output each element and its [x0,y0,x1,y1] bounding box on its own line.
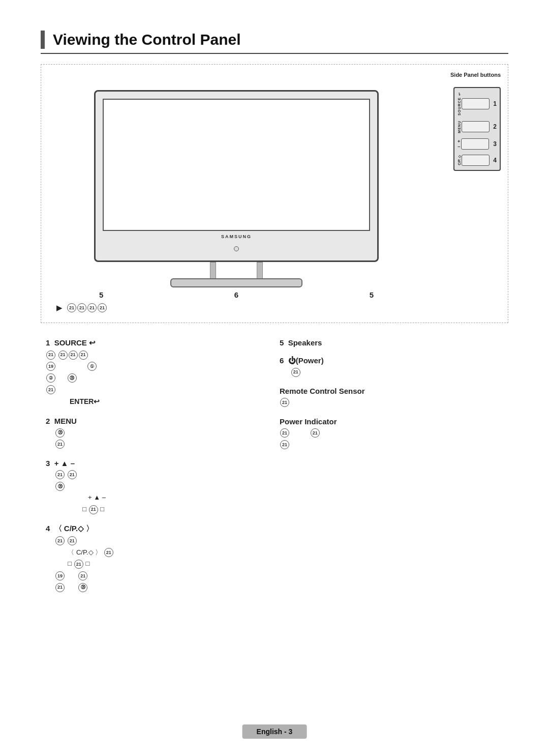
desc-cp-line5: 21 ⑳ [46,582,269,593]
desc-power-line1: 21 [280,367,503,377]
side-panel-box: SOURCE ↩ 1 MENU 2 + – [453,87,501,171]
desc-plus-header: 3 + ▲ – [46,459,269,468]
title-bar-decoration [41,31,45,49]
diagram-box: Side Panel buttons SAMSUNG [41,64,508,323]
panel-label-cp: C/P.◇ [458,155,462,165]
panel-button-cp[interactable] [462,155,490,166]
desc-left-column: 1 SOURCE ↩ 21 212121 19 ① ② ⑳ 21 [41,338,274,602]
footer: English - 3 [242,728,307,736]
panel-row-1: SOURCE ↩ 1 [458,92,497,115]
tv-base [170,278,302,287]
label-left-stand: 5 [99,290,103,299]
desc-menu-header: 2 MENU [46,417,269,425]
arrow-right: ▶ [56,303,63,312]
tv-stand [94,262,379,287]
desc-cp-line3: □ 21 □ [46,559,269,569]
title-text: Viewing the Control Panel [53,31,241,48]
side-panel: SOURCE ↩ 1 MENU 2 + – [453,87,501,171]
desc-cp-line4: 19 21 [46,570,269,581]
panel-button-source[interactable] [462,98,490,109]
page-title: Viewing the Control Panel [41,31,508,54]
desc-item-source: 1 SOURCE ↩ 21 212121 19 ① ② ⑳ 21 [46,338,269,408]
desc-plus-line2: ⑳ [46,481,269,491]
side-panel-label: Side Panel buttons [450,72,501,78]
desc-indicator-header: Power Indicator [280,417,503,426]
desc-cp-header: 4 〈 C/P.◇ 〉 [46,524,269,534]
desc-right-column: 5 Speakers 6 ⏻(Power) 21 Remote Control … [274,338,508,602]
tv-outer-frame: SAMSUNG [94,90,379,262]
tv-bottom-bar: SAMSUNG [103,231,370,253]
desc-plus-line4: □ 21 □ [46,504,269,515]
panel-row-4: C/P.◇ 4 [458,155,497,166]
desc-remote-header: Remote Control Sensor [280,387,503,395]
desc-source-header: 1 SOURCE ↩ [46,338,269,347]
desc-source-enter: ENTER↩ [46,396,269,408]
tv-bottom-labels: 5 6 5 [94,287,379,299]
desc-cp-line1: 21 21 [46,536,269,546]
desc-power-header: 6 ⏻(Power) [280,356,503,365]
desc-speakers-header: 5 Speakers [280,338,503,347]
diagram-bottom-indicators: ▶ 21 21 21 21 [51,303,498,312]
desc-item-indicator: Power Indicator 21 21 21 [280,417,503,450]
panel-button-volume[interactable] [461,138,489,150]
circle-21-a: 21 [67,303,76,312]
descriptions-area: 1 SOURCE ↩ 21 212121 19 ① ② ⑳ 21 [41,338,508,602]
desc-source-line1: 21 212121 [46,350,269,360]
samsung-logo: SAMSUNG [221,234,252,239]
footer-badge: English - 3 [242,724,307,739]
label-center: 6 [234,290,238,299]
desc-item-menu: 2 MENU ⑳ 21 [46,417,269,450]
desc-source-line2: 19 ① [46,361,269,372]
desc-menu-line2: 21 [46,439,269,450]
desc-menu-line1: ⑳ [46,427,269,438]
panel-label-minus: – [458,144,460,149]
desc-source-line3: ② ⑳ [46,373,269,384]
desc-indicator-line2: 21 [280,439,503,450]
desc-remote-line1: 21 [280,397,503,408]
panel-number-1: 1 [490,100,497,107]
desc-item-power: 6 ⏻(Power) 21 [280,356,503,377]
circle-21-d: 21 [98,303,107,312]
desc-plus-line1: 21 21 [46,470,269,480]
desc-indicator-line1: 21 21 [280,428,503,439]
desc-item-speakers: 5 Speakers [280,338,503,347]
panel-row-2: MENU 2 [458,121,497,133]
tv-screen [103,99,370,231]
panel-label-plus: + [458,139,460,144]
desc-source-line4: 21 [46,384,269,395]
circle-21-c: 21 [87,303,97,312]
tv-power-dot [234,246,239,251]
desc-plus-line3: + ▲ – [46,492,269,503]
circle-21-b: 21 [77,303,86,312]
panel-number-4: 4 [490,157,497,164]
desc-cp-line2: 〈 C/P.◇ 〉 21 [46,547,269,558]
desc-item-cp: 4 〈 C/P.◇ 〉 21 21 〈 C/P.◇ 〉 21 □ 21 □ 19… [46,524,269,593]
desc-item-plus: 3 + ▲ – 21 21 ⑳ + ▲ – □ 21 □ [46,459,269,515]
panel-label-source: SOURCE ↩ [458,92,462,115]
page-container: Viewing the Control Panel Side Panel but… [0,0,549,756]
desc-item-remote: Remote Control Sensor 21 [280,387,503,408]
label-right-stand: 5 [370,290,374,299]
tv-illustration: SAMSUNG 5 6 5 [94,90,379,299]
panel-number-3: 3 [490,140,497,148]
panel-label-menu: MENU [458,121,461,133]
panel-row-3: + – 3 [458,138,497,150]
panel-button-menu[interactable] [462,121,490,132]
panel-number-2: 2 [490,123,497,130]
